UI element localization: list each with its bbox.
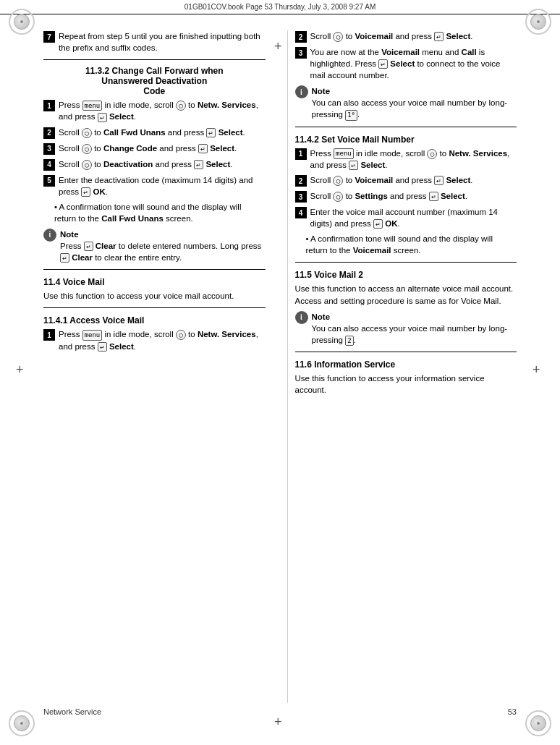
divider-r2 xyxy=(295,262,517,263)
step-1132-2: 2 Scroll ○ to Call Fwd Unans and press ↵… xyxy=(43,127,266,139)
select-icon: ↵ xyxy=(98,113,107,122)
select-icon-3: ↵ xyxy=(198,144,208,153)
scroll-icon-r4: ○ xyxy=(333,192,343,202)
step-num-1141-3: 3 xyxy=(295,47,307,59)
step-1142-2-text: Scroll ○ to Voicemail and press ↵ Select… xyxy=(310,174,473,186)
step-num-2: 2 xyxy=(43,127,55,139)
note-icon-2: i xyxy=(295,85,308,98)
step-num-1142-2: 2 xyxy=(295,175,307,187)
step-num-1141-1: 1 xyxy=(43,329,55,341)
header-bar: 01GB01COV.book Page 53 Thursday, July 3,… xyxy=(0,0,560,14)
step-1142-3: 3 Scroll ○ to Settings and press ↵ Selec… xyxy=(295,190,517,203)
left-column: 7 Repeat from step 5 until you are finis… xyxy=(43,30,273,703)
section-116-heading: 11.6 Information Service xyxy=(295,359,517,370)
step-num-1: 1 xyxy=(43,100,55,111)
section-1132-heading: 11.3.2 Change Call Forward when Unanswer… xyxy=(43,66,266,96)
divider-2 xyxy=(43,269,266,270)
note-115: i Note You can also access your voice ma… xyxy=(295,311,517,346)
page-content: 7 Repeat from step 5 until you are finis… xyxy=(43,30,517,716)
scroll-icon-r3: ○ xyxy=(333,176,343,186)
select-icon-r4: ↵ xyxy=(429,192,438,201)
step-num-1142-3: 3 xyxy=(295,191,307,203)
note-1141: i Note You can also access your voice ma… xyxy=(295,85,517,120)
menu-icon-1141: menu xyxy=(82,330,103,341)
corner-decoration-tr xyxy=(525,9,551,35)
step-num-1141-2: 2 xyxy=(295,31,307,43)
key-2-icon: 2 xyxy=(345,336,353,346)
step-1141-3: 3 You are now at the Voicemail menu and … xyxy=(295,46,517,81)
select-icon-r3: ↵ xyxy=(434,176,444,185)
note-1132-content: Note Press ↵ Clear to delete entered num… xyxy=(60,229,266,263)
step-num-1142-1: 1 xyxy=(295,148,307,160)
body-114: Use this function to access your voice m… xyxy=(43,290,266,302)
select-icon-r5: ↵ xyxy=(373,219,383,229)
corner-decoration-tl xyxy=(9,9,35,35)
scroll-icon-r2: ○ xyxy=(427,149,437,159)
body-115: Use this function to access an alternate… xyxy=(295,283,517,306)
scroll-icon-4: ○ xyxy=(82,160,92,170)
step-1132-4-text: Scroll ○ to Deactivation and press ↵ Sel… xyxy=(59,158,233,170)
step-7-text: Repeat from step 5 until you are finishe… xyxy=(59,30,266,54)
select-icon-2: ↵ xyxy=(206,128,216,137)
scroll-icon-2: ○ xyxy=(82,128,92,138)
step-1132-4: 4 Scroll ○ to Deactivation and press ↵ S… xyxy=(43,158,266,171)
section-1142-heading: 11.4.2 Set Voice Mail Number xyxy=(295,135,517,145)
step-1132-3: 3 Scroll ○ to Change Code and press ↵ Se… xyxy=(43,142,266,155)
divider-3 xyxy=(43,307,266,308)
select-icon-1142: ↵ xyxy=(349,161,358,170)
step-1142-1-text: Press menu in idle mode, scroll ○ to Net… xyxy=(310,148,517,171)
footer-right: 53 xyxy=(508,707,517,716)
right-column: 2 Scroll ○ to Voicemail and press ↵ Sele… xyxy=(287,30,517,703)
scroll-icon-3: ○ xyxy=(82,144,92,154)
menu-icon: menu xyxy=(82,101,103,111)
step-1132-5: 5 Enter the deactivation code (maximum 1… xyxy=(43,174,266,197)
select-icon-clear2: ↵ xyxy=(60,253,69,263)
corner-decoration-br xyxy=(525,710,551,736)
step-1132-3-text: Scroll ○ to Change Code and press ↵ Sele… xyxy=(59,142,237,154)
step-1132-1-text: Press menu in idle mode, scroll ○ to Net… xyxy=(59,99,266,122)
header-text: 01GB01COV.book Page 53 Thursday, July 3,… xyxy=(184,3,376,11)
bullet-1142: • A confirmation tone will sound and the… xyxy=(306,233,517,256)
step-7: 7 Repeat from step 5 until you are finis… xyxy=(43,30,266,54)
crosshair-bottom xyxy=(273,718,287,732)
note-icon-1: i xyxy=(43,229,56,242)
section-1141-heading: 11.4.1 Access Voice Mail xyxy=(43,315,266,325)
divider-r3 xyxy=(295,352,517,352)
step-1141-1-text: Press menu in idle mode, scroll ○ to Net… xyxy=(59,328,266,352)
divider-r1 xyxy=(295,127,517,127)
note-115-content: Note You can also access your voice mail… xyxy=(312,311,517,346)
two-column-layout: 7 Repeat from step 5 until you are finis… xyxy=(43,30,517,703)
step-1142-4: 4 Enter the voice mail account number (m… xyxy=(295,206,517,229)
select-icon-5: ↵ xyxy=(81,187,90,197)
step-1132-5-text: Enter the deactivation code (maximum 14 … xyxy=(59,174,266,197)
note-icon-3: i xyxy=(295,311,308,324)
scroll-icon-r1: ○ xyxy=(333,32,343,42)
section-115-heading: 11.5 Voice Mail 2 xyxy=(295,270,517,280)
page-footer: Network Service 53 xyxy=(43,703,517,716)
body-116: Use this function to access your informa… xyxy=(295,372,517,396)
step-1132-2-text: Scroll ○ to Call Fwd Unans and press ↵ S… xyxy=(59,127,245,138)
step-1141-2-text: Scroll ○ to Voicemail and press ↵ Select… xyxy=(310,30,473,42)
scroll-icon-1141: ○ xyxy=(176,330,186,340)
scroll-icon: ○ xyxy=(176,101,186,111)
select-icon-r2: ↵ xyxy=(378,59,388,69)
corner-decoration-bl xyxy=(9,710,35,736)
divider-1 xyxy=(43,59,266,60)
select-icon-r1: ↵ xyxy=(434,32,444,41)
select-icon-4: ↵ xyxy=(194,160,203,169)
step-num-4: 4 xyxy=(43,159,55,171)
step-1141-3-text: You are now at the Voicemail menu and Ca… xyxy=(310,46,517,81)
crosshair-right xyxy=(531,365,546,380)
step-1142-2: 2 Scroll ○ to Voicemail and press ↵ Sele… xyxy=(295,174,517,187)
key-1-icon: 1⁰ xyxy=(345,110,357,121)
menu-icon-1142: menu xyxy=(334,148,354,159)
step-1132-1: 1 Press menu in idle mode, scroll ○ to N… xyxy=(43,99,266,122)
step-num-5: 5 xyxy=(43,175,55,187)
bullet-1132: • A confirmation tone will sound and the… xyxy=(54,201,266,224)
step-1142-1: 1 Press menu in idle mode, scroll ○ to N… xyxy=(295,148,517,171)
step-num-1142-4: 4 xyxy=(295,207,307,218)
step-num-7: 7 xyxy=(43,31,55,43)
select-icon-1141: ↵ xyxy=(98,342,107,352)
note-1141-content: Note You can also access your voice mail… xyxy=(312,85,517,120)
step-1141-2: 2 Scroll ○ to Voicemail and press ↵ Sele… xyxy=(295,30,517,43)
